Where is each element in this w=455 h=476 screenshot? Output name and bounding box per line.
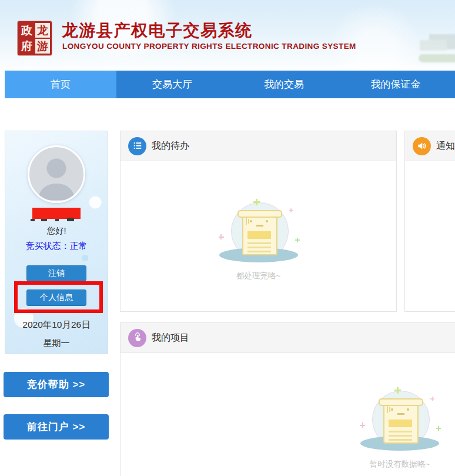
current-date: 2020年10月26日 (5, 319, 108, 331)
tap-icon (128, 329, 146, 347)
my-todo-header: 我的待办 (121, 131, 396, 161)
my-projects-header: 我的项目 (121, 323, 455, 353)
page: 政 龙 府 游 龙游县产权电子交易系统 LONGYOU COUNTY PROPE… (0, 0, 455, 476)
nav-tab-my-deposit[interactable]: 我的保证金 (340, 71, 451, 98)
my-todo-title: 我的待办 (152, 140, 189, 152)
cityscape-decoration (404, 31, 455, 65)
my-projects-body: 暂时没有数据咯~ (121, 353, 455, 470)
bidding-status: 竞买状态：正常 (5, 241, 108, 252)
empty-scroll-illustration (356, 390, 444, 451)
seal-char: 龙 (35, 23, 50, 38)
bidding-help-button[interactable]: 竞价帮助 >> (4, 372, 109, 397)
user-name-redacted (5, 208, 108, 222)
main-nav: 首页 交易大厅 我的交易 我的保证金 (5, 71, 455, 98)
personal-info-button[interactable]: 个人信息 (26, 289, 86, 306)
current-weekday: 星期一 (5, 338, 108, 349)
person-icon (29, 147, 83, 201)
my-todo-panel: 我的待办 都处理完咯~ (120, 131, 397, 312)
site-header: 政 龙 府 游 龙游县产权电子交易系统 LONGYOU COUNTY PROPE… (0, 0, 455, 71)
user-profile-card: 您好! 竞买状态：正常 注销 个人信息 2020年10月26日 星期一 (5, 131, 108, 354)
notice-panel: 通知公告 (404, 131, 455, 312)
greeting-text: 您好! (5, 225, 108, 237)
bidding-status-label: 竞买状态： (26, 241, 70, 251)
government-seal-logo: 政 龙 府 游 (18, 21, 52, 55)
speaker-icon (413, 137, 431, 155)
nav-tab-my-trades[interactable]: 我的交易 (228, 71, 340, 98)
notice-header: 通知公告 (405, 131, 455, 161)
goto-portal-button[interactable]: 前往门户 >> (4, 414, 109, 440)
site-title: 龙游县产权电子交易系统 (62, 19, 253, 42)
seal-char: 府 (19, 39, 34, 54)
seal-char: 政 (19, 23, 34, 38)
name-stroke-fragments (28, 218, 85, 221)
my-todo-body: 都处理完咯~ (121, 161, 396, 281)
projects-empty-text: 暂时没有数据咯~ (370, 459, 430, 470)
seal-char: 游 (35, 39, 50, 54)
nav-tab-trading-hall[interactable]: 交易大厅 (116, 71, 228, 98)
avatar (28, 145, 85, 203)
bidding-status-value: 正常 (70, 241, 88, 251)
logout-button[interactable]: 注销 (26, 265, 86, 281)
ordered-list-icon (128, 137, 146, 155)
site-subtitle: LONGYOU COUNTY PROPERTY RIGHTS ELECTRONI… (62, 42, 356, 51)
todo-empty-text: 都处理完咯~ (236, 271, 280, 281)
nav-tab-home[interactable]: 首页 (5, 71, 116, 98)
empty-scroll-illustration (215, 201, 303, 262)
my-projects-panel: 我的项目 暂时没有数据咯~ (120, 322, 455, 476)
my-projects-title: 我的项目 (152, 332, 189, 344)
notice-title: 通知公告 (436, 140, 455, 152)
